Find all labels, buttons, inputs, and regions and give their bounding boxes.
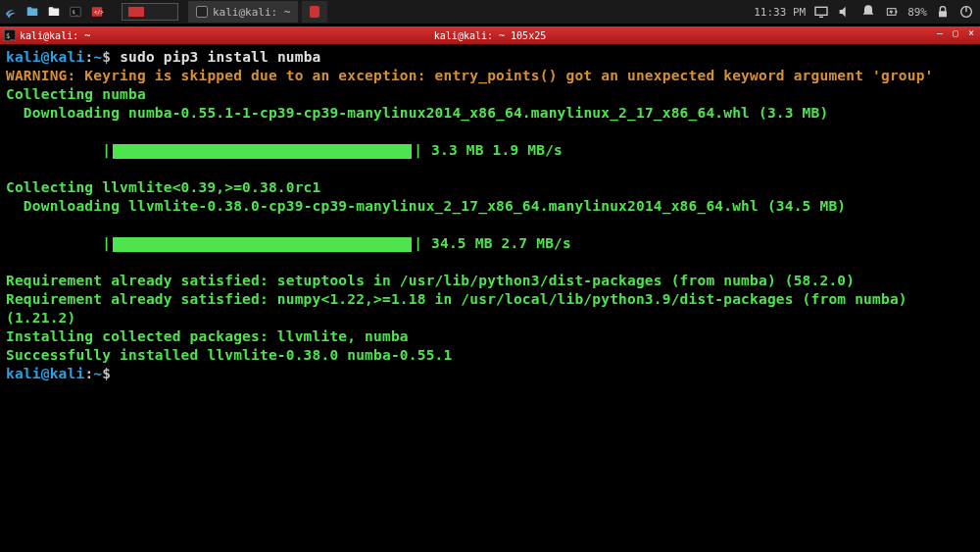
display-icon[interactable]: [813, 4, 829, 20]
bar1-suffix: | 3.3 MB 1.9 MB/s: [414, 142, 563, 158]
terminal-body[interactable]: kali@kali:~$ sudo pip3 install numba WAR…: [0, 44, 980, 552]
terminal-task-icon: [196, 6, 208, 18]
task-item-terminal[interactable]: kali@kali: ~: [188, 1, 298, 23]
terminal-title-left: kali@kali: ~: [20, 30, 90, 41]
terminal-window: $_ kali@kali: ~ kali@kali: ~ 105x25 – ▢ …: [0, 26, 980, 552]
svg-rect-12: [939, 11, 947, 17]
prompt-host: kali: [50, 49, 85, 65]
close-button[interactable]: ×: [965, 27, 977, 39]
taskbar-right: 11:33 PM 89%: [754, 0, 980, 24]
taskbar: $_ </> kali@kali: ~ 11:33 PM 89%: [0, 0, 980, 24]
svg-rect-1: [27, 7, 32, 9]
prompt-at-2: @: [41, 366, 50, 381]
bar1-prefix: |: [59, 142, 112, 158]
files-icon[interactable]: [22, 0, 43, 24]
svg-text:</>: </>: [94, 9, 103, 15]
progress-bar-1: [113, 144, 412, 159]
progress-bar-2: [113, 237, 412, 252]
workspace-switcher[interactable]: [122, 3, 178, 21]
svg-rect-3: [49, 7, 54, 9]
prompt-host-2: kali: [50, 366, 85, 381]
kali-menu-icon[interactable]: [0, 0, 22, 24]
terminal-icon[interactable]: $_: [65, 0, 86, 24]
prompt-user: kali: [6, 49, 41, 65]
workspace-2[interactable]: [150, 4, 177, 20]
svg-text:$_: $_: [73, 9, 79, 16]
prompt-at: @: [41, 49, 50, 65]
svg-rect-11: [896, 11, 897, 14]
command-text: sudo pip3 install numba: [120, 49, 320, 65]
prompt-path-2: ~: [93, 366, 102, 381]
prompt-user-2: kali: [6, 366, 41, 381]
clock[interactable]: 11:33 PM: [754, 6, 806, 19]
other-task-icon: [310, 6, 319, 18]
minimize-button[interactable]: –: [934, 27, 946, 39]
svg-text:$_: $_: [6, 32, 15, 40]
dl-numba-prefix: Downloading: [6, 105, 128, 121]
dl-llvm-prefix: Downloading: [6, 198, 128, 214]
dl-numba-file: numba-0.55.1-1-cp39-cp39-manylinux2014_x…: [128, 105, 828, 121]
qterminal-icon: $_: [4, 29, 16, 41]
task-item-label: kali@kali: ~: [213, 6, 290, 19]
svg-rect-8: [815, 7, 827, 15]
success-line: Successfully installed llvmlite-0.38.0 n…: [6, 346, 974, 365]
maximize-button[interactable]: ▢: [950, 27, 961, 39]
separator-icon: [108, 0, 116, 24]
folder-icon[interactable]: [43, 0, 65, 24]
collecting-llvm: Collecting llvmlite<0.39,>=0.38.0rc1: [6, 178, 974, 197]
code-icon[interactable]: </>: [86, 0, 108, 24]
battery-charging-icon[interactable]: [884, 4, 900, 20]
prompt-dollar-2: $: [102, 366, 111, 381]
prompt-path: ~: [93, 49, 102, 65]
dl-llvm-file: llvmlite-0.38.0-cp39-cp39-manylinux_2_17…: [128, 198, 846, 214]
power-icon[interactable]: [958, 4, 974, 20]
notifications-icon[interactable]: [860, 4, 876, 20]
lock-icon[interactable]: [935, 4, 951, 20]
req-numpy: Requirement already satisfied: numpy<1.2…: [6, 290, 974, 327]
installing-line: Installing collected packages: llvmlite,…: [6, 327, 974, 346]
collecting-numba: Collecting numba: [6, 85, 974, 104]
prompt-dollar: $: [102, 49, 111, 65]
warning-line: WARNING: Keyring is skipped due to an ex…: [6, 67, 974, 85]
task-item-other[interactable]: [302, 1, 327, 23]
bar2-prefix: |: [59, 235, 112, 251]
battery-percent: 89%: [907, 6, 927, 19]
taskbar-left: $_ </> kali@kali: ~: [0, 0, 327, 24]
prompt-colon-2: :: [84, 366, 93, 381]
bar2-suffix: | 34.5 MB 2.7 MB/s: [414, 235, 571, 251]
prompt-colon: :: [84, 49, 93, 65]
terminal-title-center: kali@kali: ~ 105x25: [434, 30, 546, 41]
workspace-1[interactable]: [122, 4, 150, 20]
terminal-titlebar[interactable]: $_ kali@kali: ~ kali@kali: ~ 105x25 – ▢ …: [0, 26, 980, 44]
req-setuptools: Requirement already satisfied: setuptool…: [6, 272, 974, 290]
window-controls: – ▢ ×: [934, 27, 977, 39]
volume-icon[interactable]: [837, 4, 853, 20]
